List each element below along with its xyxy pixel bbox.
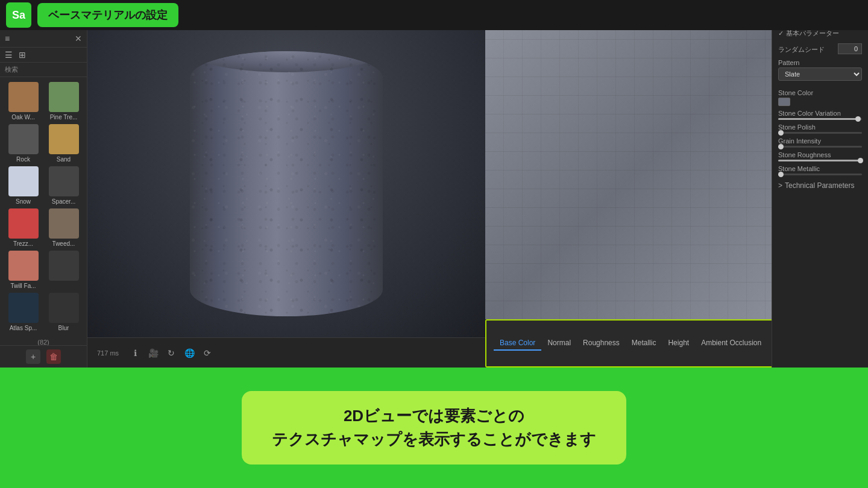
asset-label: Twill Fa... <box>10 283 36 289</box>
asset-thumbnail <box>49 251 79 281</box>
list-item[interactable]: Tweed... <box>45 208 82 247</box>
asset-thumbnail <box>8 166 39 196</box>
list-item[interactable]: Oak W... <box>5 82 42 120</box>
list-item[interactable]: Trezz... <box>5 208 42 247</box>
banner-bubble: 2Dビューでは要素ごとの テクスチャマップを表示することができます <box>242 391 626 465</box>
viewport-background <box>87 30 485 337</box>
asset-label: Spacer... <box>52 198 75 205</box>
rotate-icon[interactable]: ↻ <box>165 346 178 360</box>
texture-2d-panel <box>485 30 781 319</box>
tech-params-label: Technical Parameters <box>785 181 854 190</box>
tab-ambient-occlusion[interactable]: Ambient Occlusion <box>695 336 767 351</box>
sidebar-header: ≡ ✕ <box>0 30 87 48</box>
grain-intensity-slider[interactable] <box>778 146 862 148</box>
tab-base-color[interactable]: Base Color <box>494 336 541 351</box>
pattern-select[interactable]: Slate <box>778 67 862 81</box>
asset-grid: Oak W... Pine Tre... Rock Sand Snow Spac… <box>0 77 87 336</box>
globe-icon[interactable]: 🌐 <box>183 346 196 360</box>
list-item[interactable]: Pine Tre... <box>45 82 82 120</box>
tech-params-arrow-icon: > <box>778 181 782 190</box>
tab-normal[interactable]: Normal <box>541 336 577 351</box>
sidebar-close-button[interactable]: ✕ <box>75 34 82 43</box>
asset-thumbnail <box>8 251 39 281</box>
stone-polish-slider[interactable] <box>778 132 862 134</box>
list-item[interactable]: Rock <box>5 124 42 163</box>
random-seed-input[interactable] <box>838 43 862 54</box>
bottom-banner: 2Dビューでは要素ごとの テクスチャマップを表示することができます <box>0 368 868 488</box>
asset-label: Pine Tre... <box>50 114 78 120</box>
asset-label: Snow <box>16 198 31 205</box>
random-seed-label: ランダムシード <box>778 45 825 54</box>
texture-background <box>485 30 781 319</box>
stone-metallic-label: Stone Metallic <box>778 165 862 172</box>
sa-logo: Sa <box>6 2 31 28</box>
render-time: 717 ms <box>97 349 119 357</box>
right-panel: Rock ✓ 基本パラメーター ランダムシード Pattern Slate St… <box>772 0 868 368</box>
list-item[interactable]: Sand <box>45 124 82 163</box>
left-sidebar: ≡ ✕ ☰ ⊞ 検索 Oak W... Pine Tre... Rock San… <box>0 30 87 368</box>
asset-thumbnail <box>49 124 79 154</box>
list-item[interactable]: Blur <box>45 293 82 331</box>
list-item[interactable]: Snow <box>5 166 42 205</box>
grain-intensity-label: Grain Intensity <box>778 137 862 145</box>
list-view-icon[interactable]: ☰ <box>5 50 13 60</box>
stone-metallic-slider-row <box>778 174 862 175</box>
list-item[interactable] <box>45 251 82 289</box>
list-item[interactable]: Spacer... <box>45 166 82 205</box>
texture-tabs-wrapper: Base Color Normal Roughness Metallic Hei… <box>485 319 781 368</box>
viewport-bottom-bar: 717 ms ℹ 🎥 ↻ 🌐 ⟳ <box>87 337 485 368</box>
search-bar: 検索 <box>0 63 87 77</box>
asset-label: Trezz... <box>13 240 33 247</box>
list-item[interactable]: Twill Fa... <box>5 251 42 289</box>
stone-metallic-slider[interactable] <box>778 174 862 175</box>
stone-polish-slider-row <box>778 132 862 134</box>
asset-thumbnail <box>8 293 39 323</box>
asset-thumbnail <box>8 208 39 239</box>
technical-params-section[interactable]: > Technical Parameters <box>778 181 862 190</box>
asset-thumbnail <box>8 82 39 112</box>
sidebar-tabs: ☰ ⊞ <box>0 48 87 63</box>
section-arrow-icon: ✓ <box>778 30 784 37</box>
tab-roughness[interactable]: Roughness <box>577 336 626 351</box>
delete-asset-button[interactable]: 🗑 <box>46 349 61 364</box>
stone-color-label: Stone Color <box>778 89 862 96</box>
basic-params-label: 基本パラメーター <box>786 29 839 38</box>
asset-thumbnail <box>8 124 39 154</box>
asset-thumbnail <box>49 166 79 196</box>
list-item[interactable]: Atlas Sp... <box>5 293 42 331</box>
sidebar-tab-icon[interactable]: ≡ <box>5 34 10 43</box>
sidebar-footer: + 🗑 <box>0 345 87 368</box>
basic-params-section[interactable]: ✓ 基本パラメーター <box>778 29 862 38</box>
asset-thumbnail <box>49 293 79 323</box>
asset-label: Tweed... <box>52 240 75 247</box>
stone-roughness-label: Stone Roughness <box>778 151 862 158</box>
stone-roughness-slider[interactable] <box>778 160 862 161</box>
asset-thumbnail <box>49 82 79 112</box>
asset-thumbnail <box>49 208 79 239</box>
texture-tabs-bar: Base Color Normal Roughness Metallic Hei… <box>486 321 779 366</box>
banner-text-line1: 2Dビューでは要素ごとの <box>272 404 596 428</box>
stone-color-swatch[interactable] <box>778 98 790 106</box>
asset-label: Rock <box>16 156 30 163</box>
asset-label: Atlas Sp... <box>10 325 37 331</box>
asset-label: Sand <box>57 156 71 163</box>
asset-label: Blur <box>58 325 69 331</box>
pattern-label: Pattern <box>778 59 862 66</box>
tab-height[interactable]: Height <box>662 336 695 351</box>
stone-roughness-slider-row <box>778 160 862 161</box>
tab-metallic[interactable]: Metallic <box>626 336 662 351</box>
search-label: 検索 <box>5 66 18 73</box>
main-3d-viewport <box>87 30 485 337</box>
camera-icon[interactable]: 🎥 <box>146 346 160 360</box>
stone-polish-label: Stone Polish <box>778 124 862 131</box>
cylinder-mesh <box>190 51 383 316</box>
grid-view-icon[interactable]: ⊞ <box>19 50 26 60</box>
stone-color-variation-slider-row <box>778 118 862 120</box>
stone-color-variation-slider[interactable] <box>778 118 862 120</box>
random-seed-row: ランダムシード <box>778 42 862 55</box>
title-badge: ベースマテリアルの設定 <box>37 3 178 27</box>
info-icon[interactable]: ℹ <box>128 346 142 360</box>
stone-color-variation-label: Stone Color Variation <box>778 110 862 117</box>
add-asset-button[interactable]: + <box>26 349 40 364</box>
refresh-icon[interactable]: ⟳ <box>201 346 214 360</box>
